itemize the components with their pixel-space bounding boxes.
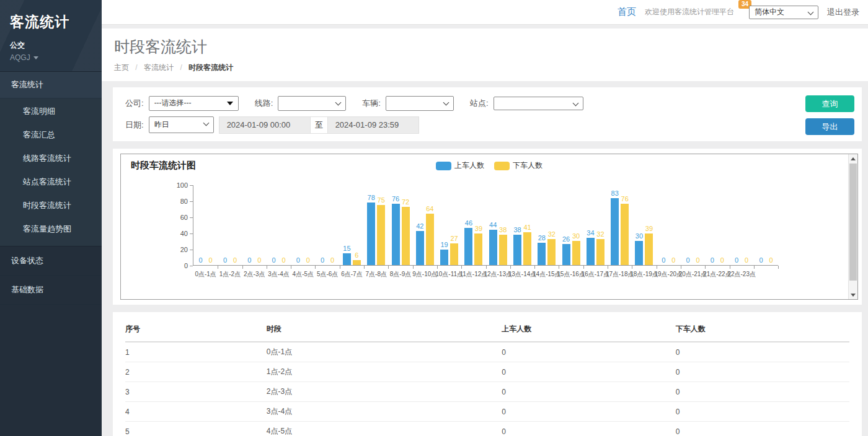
vehicle-label: 车辆: xyxy=(362,98,381,109)
bar-上车人数 xyxy=(489,230,497,265)
export-button[interactable]: 导出 xyxy=(805,118,854,135)
language-select-value: 简体中文 xyxy=(755,7,784,17)
home-link[interactable]: 首页 xyxy=(618,6,636,18)
bar-value-label: 0 xyxy=(330,256,334,264)
legend-item-上车人数[interactable]: 上车人数 xyxy=(436,160,484,171)
page-heading: 时段客流统计 主页 / 客流统计 / 时段客流统计 xyxy=(102,28,868,81)
x-axis-tick xyxy=(657,266,657,269)
logout-link[interactable]: 退出登录 xyxy=(827,7,859,18)
x-axis-label: 6点-7点 xyxy=(341,270,362,279)
station-select[interactable] xyxy=(494,97,583,110)
bar-value-label: 39 xyxy=(645,225,653,232)
bar-wrapper: 39 xyxy=(645,185,653,265)
sidebar-subitem[interactable]: 客流明细 xyxy=(0,100,102,123)
company-select[interactable]: ---请选择--- xyxy=(149,96,239,111)
sidebar-subitem[interactable]: 客流汇总 xyxy=(0,123,102,147)
x-axis-label: 7点-8点 xyxy=(365,270,386,279)
sidebar-subitem[interactable]: 客流量趋势图 xyxy=(0,217,102,241)
legend-item-下车人数[interactable]: 下车人数 xyxy=(494,160,542,171)
bar-wrapper: 46 xyxy=(464,185,472,265)
search-button[interactable]: 查询 xyxy=(805,95,854,112)
bar-wrapper: 0 xyxy=(270,185,278,265)
x-axis-label: 22点-23点 xyxy=(727,270,756,279)
language-select[interactable]: 简体中文 xyxy=(749,6,818,19)
bar-wrapper: 0 xyxy=(733,185,741,265)
chevron-down-icon xyxy=(33,56,38,59)
breadcrumb: 主页 / 客流统计 / 时段客流统计 xyxy=(114,63,856,73)
chart-plot-area: 000点-1点001点-2点002点-3点003点-4点004点-5点005点-… xyxy=(193,185,778,266)
table-cell: 0 xyxy=(676,382,849,402)
date-end-input[interactable]: 2024-01-09 23:59 xyxy=(327,116,419,134)
chart-category-group: 192710点-11点 xyxy=(437,185,461,265)
chart-category-group: 005点-6点 xyxy=(315,185,339,265)
scroll-down-icon[interactable] xyxy=(849,290,857,299)
line-select[interactable] xyxy=(278,96,346,111)
bar-value-label: 32 xyxy=(548,230,556,238)
bar-wrapper: 0 xyxy=(246,185,254,265)
y-axis-tick xyxy=(190,233,193,234)
x-axis-label: 2点-3点 xyxy=(244,270,265,279)
sidebar-other-items: 设备状态基础数据 xyxy=(0,246,102,305)
table-cell: 0 xyxy=(502,402,675,422)
x-axis-tick xyxy=(364,266,365,269)
legend-swatch-icon xyxy=(494,162,510,170)
sidebar-item[interactable]: 设备状态 xyxy=(0,246,102,276)
sidebar-subitem[interactable]: 线路客流统计 xyxy=(0,147,102,170)
date-preset-select[interactable]: 昨日 xyxy=(149,116,214,133)
bar-value-label: 76 xyxy=(392,195,399,203)
bar-wrapper: 0 xyxy=(694,185,702,265)
bar-wrapper: 83 xyxy=(611,185,619,265)
date-start-input[interactable]: 2024-01-09 00:00 xyxy=(219,116,311,134)
bar-wrapper: 78 xyxy=(367,185,375,265)
org-name: 公交 xyxy=(10,40,92,51)
column-header: 上车人数 xyxy=(502,316,675,342)
breadcrumb-passenger-stats[interactable]: 客流统计 xyxy=(144,63,174,72)
bar-wrapper: 26 xyxy=(562,185,570,265)
table-cell: 1 xyxy=(125,342,267,362)
sidebar-item[interactable]: 基础数据 xyxy=(0,276,102,305)
scrollbar-thumb[interactable] xyxy=(849,164,857,281)
x-axis-tick xyxy=(340,266,340,269)
bar-wrapper: 30 xyxy=(635,185,643,265)
bar-上车人数 xyxy=(392,204,400,265)
bar-value-label: 0 xyxy=(233,256,237,264)
org-selector[interactable]: AQGJ xyxy=(10,53,92,62)
results-table: 序号时段上车人数下车人数 10点-1点0021点-2点0032点-3点0043点… xyxy=(125,316,849,436)
bar-value-label: 0 xyxy=(223,256,227,264)
sidebar-section-passenger-stats[interactable]: 客流统计 xyxy=(0,72,102,98)
sidebar-subitem[interactable]: 时段客流统计 xyxy=(0,194,102,217)
scroll-up-icon[interactable] xyxy=(849,154,857,163)
y-axis-tick xyxy=(190,217,193,218)
chart-scrollbar[interactable] xyxy=(848,154,857,299)
chart-container: 时段车流统计图 上车人数下车人数 000点-1点001点-2点002点-3点00… xyxy=(120,154,858,300)
bar-wrapper: 76 xyxy=(392,185,400,265)
bar-wrapper: 0 xyxy=(197,185,205,265)
bar-value-label: 0 xyxy=(759,256,763,264)
bar-wrapper: 39 xyxy=(474,185,482,265)
x-axis-tick xyxy=(437,266,438,269)
sidebar-subitem[interactable]: 站点客流统计 xyxy=(0,170,102,194)
bar-value-label: 30 xyxy=(636,232,643,240)
y-axis-tick xyxy=(190,250,193,250)
bar-下车人数 xyxy=(547,239,556,265)
line-label: 线路: xyxy=(255,98,273,109)
submenu: 客流明细客流汇总线路客流统计站点客流统计时段客流统计客流量趋势图 xyxy=(0,98,102,246)
chart-category-group: 0021点-22点 xyxy=(705,185,729,265)
chart-card: 时段车流统计图 上车人数下车人数 000点-1点001点-2点002点-3点00… xyxy=(113,149,862,305)
bar-上车人数 xyxy=(416,231,424,265)
bar-wrapper: 64 xyxy=(426,185,434,265)
breadcrumb-home[interactable]: 主页 xyxy=(114,63,129,72)
table-cell: 5 xyxy=(125,422,267,436)
bar-下车人数 xyxy=(353,260,361,265)
table-row: 10点-1点00 xyxy=(125,342,849,362)
legend-label: 上车人数 xyxy=(454,160,484,171)
bar-value-label: 0 xyxy=(321,256,324,264)
bar-wrapper: 0 xyxy=(329,185,337,265)
table-cell: 1点-2点 xyxy=(267,362,502,382)
results-table-card: 序号时段上车人数下车人数 10点-1点0021点-2点0032点-3点0043点… xyxy=(113,312,862,436)
bar-上车人数 xyxy=(562,244,570,265)
vehicle-select[interactable] xyxy=(386,96,454,111)
table-row: 43点-4点00 xyxy=(125,402,849,422)
filter-row-1: 公司: ---请选择--- 线路: 车辆: 站点: xyxy=(125,95,852,111)
station-label: 站点: xyxy=(470,98,489,109)
